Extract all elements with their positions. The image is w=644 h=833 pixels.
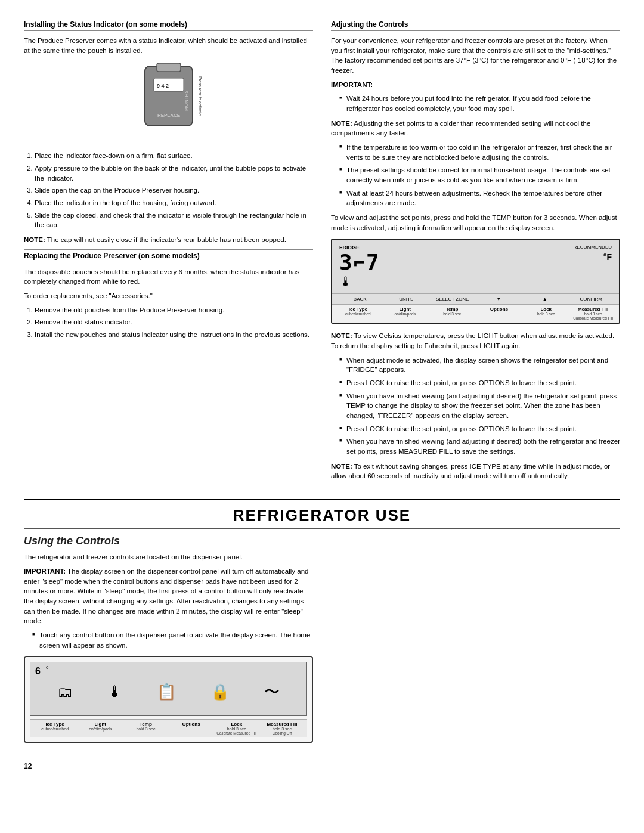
panel-options: Options bbox=[182, 721, 200, 727]
units-btn-label: UNITS bbox=[383, 296, 430, 302]
svg-text:MONTHS: MONTHS bbox=[184, 91, 189, 112]
light-label: Light bbox=[399, 306, 411, 312]
bottom-columns: Using the Controls The refrigerator and … bbox=[24, 535, 620, 750]
bottom-right-placeholder bbox=[331, 535, 620, 750]
lock-label: Lock bbox=[540, 306, 552, 312]
page-number: 12 bbox=[24, 762, 620, 770]
svg-text:Press rear to activate: Press rear to activate bbox=[198, 76, 202, 116]
step-item: Place the indicator in the top of the ho… bbox=[35, 198, 313, 208]
using-controls-para1: The refrigerator and freezer controls ar… bbox=[24, 552, 313, 562]
panel-label-strip: Ice Type cubed/crushed Light on/dim/pads… bbox=[30, 719, 307, 737]
section-header-adjusting: Adjusting the Controls bbox=[331, 18, 620, 31]
top-dp-screen: FRIDGE 3⌐7 🌡 RECOMMENDED °F bbox=[332, 240, 619, 293]
bullet-item: Wait 24 hours before you put food into t… bbox=[339, 94, 620, 113]
top-dp-buttons-row: BACK UNITS SELECT ZONE ▼ ▲ CONFIRM bbox=[332, 293, 619, 304]
bullet-item: Wait at least 24 hours between adjustmen… bbox=[339, 188, 620, 208]
back-btn-label: BACK bbox=[337, 296, 383, 302]
bullet-item: Touch any control button on the dispense… bbox=[32, 630, 313, 650]
step-item: Remove the old pouches from the Produce … bbox=[35, 305, 313, 315]
top-dp-bottom-labels: Ice Type cubed/crushed Light on/dim/pads… bbox=[332, 304, 619, 323]
temp-sub: hold 3 sec bbox=[443, 312, 461, 316]
installing-note: NOTE: The cap will not easily close if t… bbox=[24, 235, 313, 245]
top-display-panel: FRIDGE 3⌐7 🌡 RECOMMENDED °F BACK UNITS S… bbox=[331, 239, 620, 324]
confirm-btn-label: CONFIRM bbox=[568, 296, 615, 302]
adjusting-note2: NOTE: To view Celsius temperatures, pres… bbox=[331, 331, 620, 351]
replacing-para1: The disposable pouches should be replace… bbox=[24, 267, 313, 287]
adjusting-important: IMPORTANT: bbox=[331, 80, 620, 90]
bottom-left: Using the Controls The refrigerator and … bbox=[24, 535, 313, 750]
using-controls-bullets: Touch any control button on the dispense… bbox=[32, 630, 313, 650]
measured-fill-sub: hold 3 sec bbox=[584, 312, 602, 316]
indicator-image-container: 9 4 2 MONTHS Press rear to activate REPL… bbox=[24, 60, 313, 144]
step-item: Install the new pouches and status indic… bbox=[35, 330, 313, 340]
ice-type-icon: 🗂 bbox=[57, 683, 73, 701]
bullet-item: Press LOCK to raise the set point, or pr… bbox=[339, 378, 620, 388]
installing-steps: Place the indicator face-down on a firm,… bbox=[35, 151, 313, 230]
ice-type-label: Ice Type bbox=[349, 306, 367, 312]
step-item: Slide the cap closed, and check that the… bbox=[35, 210, 313, 230]
ice-type-sub: cubed/crushed bbox=[345, 312, 371, 316]
options-label: Options bbox=[490, 306, 508, 312]
calibrate-sub: Calibrate Measured Fill bbox=[573, 316, 613, 320]
thermometer-icon2: 🌡 bbox=[107, 683, 123, 701]
step-item: Apply pressure to the bubble on the back… bbox=[35, 163, 313, 183]
refrigerator-section: REFRIGERATOR USE Using the Controls The … bbox=[24, 499, 620, 750]
installing-para1: The Produce Preserver comes with a statu… bbox=[24, 36, 313, 55]
panel-lock: Lock bbox=[231, 721, 242, 727]
brand-sub: 6 bbox=[46, 665, 48, 670]
col-right: Adjusting the Controls For your convenie… bbox=[331, 18, 620, 485]
down-arrow-btn: ▼ bbox=[476, 296, 522, 302]
page: Installing the Status Indicator (on some… bbox=[0, 0, 644, 833]
using-controls-title: Using the Controls bbox=[24, 535, 313, 547]
bullet-item: When you have finished viewing (and adju… bbox=[339, 436, 620, 456]
top-columns: Installing the Status Indicator (on some… bbox=[24, 18, 620, 485]
adjusting-note1: NOTE: Adjusting the set points to a cold… bbox=[331, 119, 620, 138]
refrigerator-divider bbox=[24, 528, 620, 529]
temp-label: Temp bbox=[446, 306, 459, 312]
panel-temp: Temp bbox=[140, 721, 152, 727]
adjusting-bullets2: If the temperature is too warm or too co… bbox=[339, 143, 620, 208]
thermometer-icon: 🌡 bbox=[339, 274, 380, 290]
bullet-item: When you have finished viewing (and adju… bbox=[339, 391, 620, 421]
bullet-item: When adjust mode is activated, the displ… bbox=[339, 355, 620, 375]
step-item: Remove the old status indicator. bbox=[35, 317, 313, 327]
section-header-installing: Installing the Status Indicator (on some… bbox=[24, 18, 313, 31]
screen-icons-row: 🗂 🌡 📋 🔒 〜 bbox=[35, 676, 302, 702]
brand-number: 6 bbox=[35, 666, 41, 677]
temp-digits: 3⌐7 bbox=[339, 252, 380, 273]
panel-measured-fill: Measured Fill bbox=[267, 721, 297, 727]
adjusting-note3: NOTE: To exit without saving changes, pr… bbox=[331, 462, 620, 481]
bottom-display-panel: 6 6 🗂 🌡 📋 🔒 〜 bbox=[24, 656, 313, 743]
col-left: Installing the Status Indicator (on some… bbox=[24, 18, 313, 485]
svg-rect-6 bbox=[157, 63, 181, 72]
adjusting-para1: For your convenience, your refrigerator … bbox=[331, 36, 620, 76]
svg-text:REPLACE: REPLACE bbox=[157, 113, 180, 118]
replacing-steps: Remove the old pouches from the Produce … bbox=[35, 305, 313, 340]
refrigerator-title: REFRIGERATOR USE bbox=[24, 506, 620, 525]
step-item: Slide open the cap on the Produce Preser… bbox=[35, 185, 313, 196]
status-indicator-svg: 9 4 2 MONTHS Press rear to activate REPL… bbox=[121, 60, 216, 144]
bullet-item: Press LOCK to raise the set point, or pr… bbox=[339, 424, 620, 434]
bullet-item: The preset settings should be correct fo… bbox=[339, 165, 620, 185]
measured-fill-label: Measured Fill bbox=[578, 306, 608, 312]
light-sub: on/dim/pads bbox=[395, 312, 416, 316]
lock-sub: hold 3 sec bbox=[537, 312, 555, 316]
adjusting-temp-para: To view and adjust the set points, press… bbox=[331, 213, 620, 233]
panel-light: Light bbox=[94, 721, 106, 727]
adjusting-bullets1: Wait 24 hours before you put food into t… bbox=[339, 94, 620, 113]
step-item: Place the indicator face-down on a firm,… bbox=[35, 151, 313, 161]
unit-label: °F bbox=[603, 252, 612, 262]
section-header-replacing: Replacing the Produce Preserver (on some… bbox=[24, 249, 313, 262]
adjusting-bullets3: When adjust mode is activated, the displ… bbox=[339, 355, 620, 457]
recommended-label: RECOMMENDED bbox=[574, 244, 612, 250]
bullet-item: If the temperature is too warm or too co… bbox=[339, 143, 620, 162]
options-icon: 📋 bbox=[157, 683, 176, 701]
replacing-para2: To order replacements, see "Accessories.… bbox=[24, 291, 313, 301]
svg-text:9  4  2: 9 4 2 bbox=[157, 83, 169, 89]
lock-icon: 🔒 bbox=[210, 683, 230, 701]
using-controls-important: IMPORTANT: The display screen on the dis… bbox=[24, 566, 313, 626]
panel-ice-type: Ice Type bbox=[45, 721, 64, 727]
bottom-display-screen: 6 6 🗂 🌡 📋 🔒 〜 bbox=[30, 662, 307, 716]
wave-icon: 〜 bbox=[264, 682, 280, 702]
up-arrow-btn: ▲ bbox=[522, 296, 568, 302]
